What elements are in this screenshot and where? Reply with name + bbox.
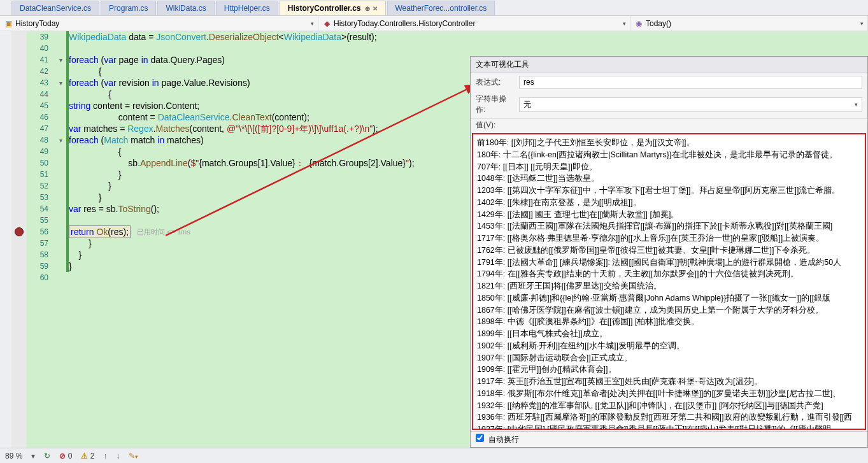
string-op-label: 字符串操作: (476, 94, 514, 115)
file-tab[interactable]: WeatherForec...ontroller.cs (387, 1, 495, 15)
refresh-icon[interactable]: ↻ (44, 452, 50, 460)
result-line: 1203年: [[第四次十字军东征]]中，十字军攻下[[君士坦丁堡]]。拜占庭皇… (477, 185, 861, 197)
result-line: 1794年: 在[[雅各宾专政]]结束的十天前，天主教[[加尔默罗会]]的十六位… (477, 268, 861, 280)
result-line: 1762年: 已被废黜的[[俄罗斯帝国]]皇帝[[彼得三世]]被其妻、女皇[[叶… (477, 245, 861, 257)
breakpoint-icon[interactable] (15, 227, 24, 236)
chevron-down-icon: ▾ (855, 101, 858, 108)
string-op-row: 字符串操作: 无 ▾ (471, 91, 867, 118)
file-tab[interactable]: WikiData.cs (157, 1, 214, 15)
chevron-down-icon: ▾ (860, 20, 864, 27)
line-number-gutter: 3940414243444546474849505152535455565758… (27, 31, 52, 448)
close-icon[interactable]: ✕ (373, 5, 378, 12)
chevron-down-icon: ▾ (623, 20, 626, 27)
expression-input[interactable]: res (519, 76, 862, 89)
file-tab[interactable]: Program.cs (101, 1, 156, 15)
file-tab[interactable]: DataCleanService.cs (11, 1, 99, 15)
down-arrow-icon[interactable]: ↓ (116, 452, 120, 460)
value-content[interactable]: 前180年: [[刘邦]]之子代王刘恒至长安即位，是为[[汉文帝]]。180年:… (472, 133, 866, 430)
result-line: 707年: [[日本]] [[元明天皇]]即位。 (477, 161, 861, 173)
auto-wrap-label: 自动换行 (488, 435, 519, 444)
breadcrumb-namespace[interactable]: ▣ HistoryToday ▾ (0, 16, 318, 31)
breakpoint-gutter[interactable] (11, 31, 27, 448)
result-line: 1429年: [[法國]] 國王 查理七世]在[[蘭斯大教堂]] [加冕]。 (477, 209, 861, 221)
result-line: 1791年: [[法國大革命]] [練兵場慘案]]: 法國[[國民自衛軍]]朝[… (477, 257, 861, 269)
result-line: 1898年: 中德《[[胶澳租界条约]]》在[[德国]] [柏林]]批准交换。 (477, 316, 861, 328)
status-separator: ▾ (31, 452, 35, 460)
result-line: 1717年: [[格奥尔格·弗里德里希·亨德尔]]的[[水上音乐]]在[英王乔治… (477, 232, 861, 245)
result-line: 1936年: 西班牙駐[[西屬摩洛哥]]的軍隊發動反對[[西班牙第二共和國]]政… (477, 411, 861, 424)
result-line: 1453年: [[法蘭西王國]]軍隊在法國炮兵指揮官[[讓·布羅]]的指揮下於[… (477, 220, 861, 232)
expression-label: 表达式: (476, 77, 514, 88)
result-line: 180年: 十二名{{link-en|西拉诸殉教士|Scillitan Mart… (477, 149, 861, 161)
result-line: 1909年: [[霍元甲]]创办[[精武体育会]]。 (477, 364, 861, 376)
breadcrumb: ▣ HistoryToday ▾ ◆ HistoryToday.Controll… (0, 16, 868, 31)
method-icon: ◉ (634, 19, 643, 28)
breadcrumb-namespace-label: HistoryToday (15, 19, 59, 28)
result-line: 1937年: [中华民国] [國民政府軍事委員會]]委員長[[蔣中正]]在[[庐… (477, 424, 861, 430)
result-line: 前180年: [[刘邦]]之子代王刘恒至长安即位，是为[[汉文帝]]。 (477, 137, 861, 149)
result-line: 1821年: [西班牙王国]将[[佛罗里达]]交给美国统治。 (477, 280, 861, 292)
expression-row: 表达式: res (471, 73, 867, 91)
pin-icon[interactable]: ⊕ (365, 5, 370, 12)
result-line: 1402年: [[朱棣]]在南京登基，是为[[明成祖]]。 (477, 197, 861, 209)
result-line: 1917年: 英王[[乔治五世]]宣布[[英國王室]]姓氏由[萨克森·科堡-哥达… (477, 376, 861, 388)
result-line: 1907年: [[国际射击运动联合会]]正式成立。 (477, 352, 861, 364)
breadcrumb-method-label: Today() (646, 19, 671, 28)
file-tab[interactable]: HttpHelper.cs (216, 1, 278, 15)
errors-indicator[interactable]: ⊘ 0 (59, 452, 72, 460)
breadcrumb-class[interactable]: ◆ HistoryToday.Controllers.HistoryContro… (318, 16, 630, 31)
file-tabs: DataCleanService.csProgram.csWikiData.cs… (0, 0, 868, 16)
result-line: 1899年: [[日本电气株式会社]]成立。 (477, 328, 861, 340)
left-gutter-header (0, 0, 11, 15)
panel-title: 文本可视化工具 (471, 57, 867, 73)
left-rail (0, 31, 11, 448)
value-label: 值(V): (471, 118, 867, 132)
status-bar: 89 % ▾ ↻ ⊘ 0 ⚠ 2 ↑ ↓ ✎▾ (0, 448, 868, 463)
chevron-down-icon: ▾ (311, 20, 314, 27)
result-line: 1048年: [[达玛稣二世]]当选教皇。 (477, 173, 861, 185)
auto-wrap-checkbox[interactable] (476, 434, 484, 442)
panel-footer: 自动换行 (471, 431, 867, 447)
warnings-indicator[interactable]: ⚠ 2 (81, 452, 94, 460)
zoom-level[interactable]: 89 % (5, 452, 22, 460)
class-icon: ◆ (322, 19, 331, 28)
breadcrumb-method[interactable]: ◉ Today() ▾ (630, 16, 868, 31)
string-op-select[interactable]: 无 ▾ (519, 97, 862, 112)
result-line: 1902年: [[威利斯·开利]]在纽约[[水牛城]]发明最早的空调。 (477, 340, 861, 352)
breadcrumb-class-label: HistoryToday.Controllers.HistoryControll… (334, 19, 476, 28)
result-line: 1867年: [[哈佛牙医学院]]在麻省[[波士頓]]建立，成为美国历史上第一个… (477, 304, 861, 317)
namespace-icon: ▣ (4, 19, 13, 28)
result-line: 1850年: [[威廉·邦德]]和{{le|约翰·亚當斯·惠普爾|John Ad… (477, 292, 861, 304)
result-line: 1918年: 俄罗斯[[布尔什维克]]革命者[处决]关押在[[叶卡捷琳堡]]的[… (477, 388, 861, 400)
edit-icon[interactable]: ✎▾ (129, 452, 138, 460)
up-arrow-icon[interactable]: ↑ (103, 452, 107, 460)
text-visualizer-panel: 文本可视化工具 表达式: res 字符串操作: 无 ▾ 值(V): 前180年:… (470, 56, 868, 448)
result-line: 1932年: [[纳粹党]]的准军事部队, [[党卫队]]和[冲锋队]，在[[汉… (477, 400, 861, 412)
file-tab[interactable]: HistoryController.cs⊕✕ (280, 1, 386, 15)
